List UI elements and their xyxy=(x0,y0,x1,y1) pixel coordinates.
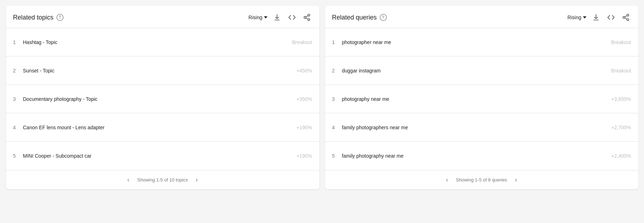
rising-label: Rising xyxy=(249,15,263,20)
row-value: +2,700% xyxy=(611,125,631,130)
table-row[interactable]: 2Sunset - Topic+450% xyxy=(6,56,319,85)
embed-button[interactable] xyxy=(287,12,297,23)
row-value: +350% xyxy=(297,96,312,102)
panel-body: 1Hashtag - TopicBreakout2Sunset - Topic+… xyxy=(6,28,319,170)
row-value: +190% xyxy=(297,153,312,159)
row-value: +450% xyxy=(297,68,312,74)
embed-icon xyxy=(607,13,615,21)
row-number: 3 xyxy=(332,96,342,102)
download-icon xyxy=(273,13,281,21)
embed-icon xyxy=(288,13,296,21)
panels-container: Related topics?Rising1Hashtag - TopicBre… xyxy=(6,6,638,189)
prev-page-button[interactable]: ‹ xyxy=(444,175,450,184)
panel-title-related-queries: Related queries xyxy=(332,14,377,21)
row-value: +2,400% xyxy=(611,153,631,159)
panel-header-related-queries: Related queries?Rising xyxy=(325,6,638,28)
panel-related-queries: Related queries?Rising1photographer near… xyxy=(325,6,638,189)
row-label: duggar instagram xyxy=(342,68,611,74)
rising-label: Rising xyxy=(568,15,581,20)
row-label: family photography near me xyxy=(342,153,611,159)
svg-line-9 xyxy=(624,16,627,17)
panel-title-group: Related topics? xyxy=(13,14,64,21)
embed-button[interactable] xyxy=(606,12,616,23)
panel-related-topics: Related topics?Rising1Hashtag - TopicBre… xyxy=(6,6,319,189)
row-label: Sunset - Topic xyxy=(23,68,297,74)
panel-controls: Rising xyxy=(568,12,631,23)
row-value: Breakout xyxy=(611,68,631,74)
panel-header-related-topics: Related topics?Rising xyxy=(6,6,319,28)
row-label: Canon EF lens mount - Lens adapter xyxy=(23,125,297,130)
next-page-button[interactable]: › xyxy=(513,175,519,184)
row-number: 5 xyxy=(13,153,23,159)
row-value: +190% xyxy=(297,125,312,130)
panel-title-related-topics: Related topics xyxy=(13,14,54,21)
row-value: Breakout xyxy=(611,39,631,45)
table-row[interactable]: 1photographer near meBreakout xyxy=(325,28,638,56)
table-row[interactable]: 4family photographers near me+2,700% xyxy=(325,113,638,142)
svg-line-3 xyxy=(305,18,308,19)
row-value: +3,650% xyxy=(611,96,631,102)
row-number: 1 xyxy=(332,39,342,45)
panel-title-group: Related queries? xyxy=(332,14,387,21)
pagination-text: Showing 1-5 of 10 topics xyxy=(137,177,188,183)
table-row[interactable]: 2duggar instagramBreakout xyxy=(325,56,638,85)
row-value: Breakout xyxy=(292,39,312,45)
row-label: Hashtag - Topic xyxy=(23,39,292,45)
download-button[interactable] xyxy=(272,12,282,23)
rising-filter-button[interactable]: Rising xyxy=(249,15,267,20)
share-icon xyxy=(622,13,630,21)
help-icon[interactable]: ? xyxy=(380,14,387,21)
download-icon xyxy=(592,13,600,21)
share-button[interactable] xyxy=(302,12,312,23)
prev-page-button[interactable]: ‹ xyxy=(125,175,131,184)
table-row[interactable]: 5family photography near me+2,400% xyxy=(325,142,638,170)
row-number: 4 xyxy=(332,125,342,130)
dropdown-arrow-icon xyxy=(583,16,586,18)
help-icon[interactable]: ? xyxy=(56,14,64,21)
row-number: 4 xyxy=(13,125,23,130)
download-button[interactable] xyxy=(591,12,601,23)
panel-controls: Rising xyxy=(249,12,312,23)
row-label: photography near me xyxy=(342,96,611,102)
table-row[interactable]: 3photography near me+3,650% xyxy=(325,85,638,113)
rising-filter-button[interactable]: Rising xyxy=(568,15,586,20)
table-row[interactable]: 3Documentary photography - Topic+350% xyxy=(6,85,319,113)
row-number: 2 xyxy=(13,68,23,74)
row-number: 5 xyxy=(332,153,342,159)
table-row[interactable]: 4Canon EF lens mount - Lens adapter+190% xyxy=(6,113,319,142)
share-button[interactable] xyxy=(621,12,631,23)
row-label: family photographers near me xyxy=(342,125,611,130)
row-label: MINI Cooper - Subcompact car xyxy=(23,153,297,159)
table-row[interactable]: 1Hashtag - TopicBreakout xyxy=(6,28,319,56)
share-icon xyxy=(303,13,311,21)
row-label: Documentary photography - Topic xyxy=(23,96,297,102)
next-page-button[interactable]: › xyxy=(194,175,200,184)
row-number: 1 xyxy=(13,39,23,45)
panel-footer: ‹Showing 1-5 of 10 topics› xyxy=(6,170,319,189)
panel-body: 1photographer near meBreakout2duggar ins… xyxy=(325,28,638,170)
dropdown-arrow-icon xyxy=(264,16,267,18)
svg-line-4 xyxy=(305,16,308,17)
row-label: photographer near me xyxy=(342,39,611,45)
row-number: 3 xyxy=(13,96,23,102)
svg-line-8 xyxy=(624,18,627,19)
table-row[interactable]: 5MINI Cooper - Subcompact car+190% xyxy=(6,142,319,170)
panel-footer: ‹Showing 1-5 of 8 queries› xyxy=(325,170,638,189)
pagination-text: Showing 1-5 of 8 queries xyxy=(456,177,507,183)
row-number: 2 xyxy=(332,68,342,74)
